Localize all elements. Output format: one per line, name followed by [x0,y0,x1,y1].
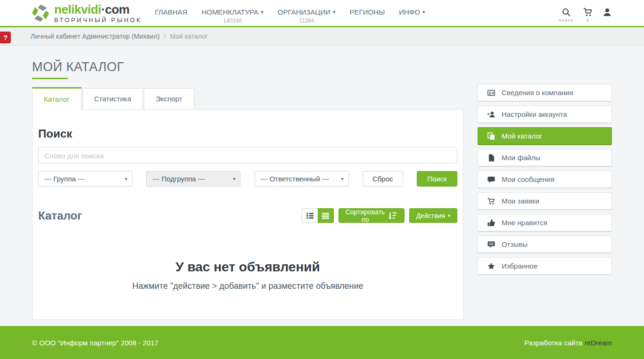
grid-view-button[interactable] [302,208,318,223]
header: nelikvidi·com ВТОРИЧНЫЙ РЫНОК ГЛАВНАЯ НО… [0,0,644,27]
logo-tagline: ВТОРИЧНЫЙ РЫНОК [54,17,142,23]
cart-icon [583,8,593,17]
sort-button[interactable]: Сортировать по [339,208,405,223]
sidebar-item-my-messages[interactable]: Мои сообщения [478,171,612,188]
nav-item-nomenclature[interactable]: НОМЕНКЛАТУРА ▾ 140346 [201,8,263,24]
content-column: МОЙ КАТАЛОГ Каталог Статистика Экспорт П… [32,46,463,320]
sidebar-item-label: Настройки аккаунта [502,110,567,118]
list-view-icon [322,212,329,219]
reviews-icon [487,241,495,248]
nav-item-regions[interactable]: РЕГИОНЫ [350,8,385,24]
footer-dev-label: Разработка сайта [524,339,585,347]
sidebar-item-label: Мои сообщения [502,175,554,183]
header-cart-button[interactable]: 0 [583,8,593,23]
breadcrumb-bar: ? Личный кабинет Администратор (Михаил) … [0,27,644,46]
caret-down-icon: ▾ [341,176,343,181]
breadcrumb-separator: / [164,33,166,40]
catalog-panel: Поиск --- Группа --- ▾ --- Подгруппа ---… [32,109,463,320]
search-icon [561,8,571,17]
caret-down-icon: ▾ [233,176,235,181]
sidebar-item-likes[interactable]: Мне нравится [478,214,612,232]
logo-dot: · [101,2,105,16]
page-title: МОЙ КАТАЛОГ [32,60,463,74]
sidebar-item-company-info[interactable]: Сведения о компании [478,84,612,102]
catalog-heading: Каталог [38,209,82,222]
sidebar-item-my-catalog[interactable]: Мой каталог [478,127,612,145]
id-card-icon [487,89,495,97]
main-content: МОЙ КАТАЛОГ Каталог Статистика Экспорт П… [0,46,644,326]
sidebar-item-label: Мои заявки [502,197,539,205]
group-select-value: --- Группа --- [44,175,85,183]
actions-button[interactable]: Действия ▾ [409,208,457,223]
reset-button[interactable]: Сброс [363,171,403,187]
nav-item-organizations[interactable]: ОРГАНИЗАЦИИ ▾ 11394 [278,8,336,24]
responsible-select-value: --- Ответственный --- [261,175,329,183]
nav-label: ГЛАВНАЯ [155,8,188,16]
search-button[interactable]: Поиск [417,171,457,187]
footer-credit: Разработка сайта reDream [524,339,612,347]
nav-label: ИНФО [399,8,420,16]
catalog-controls: Сортировать по Действия ▾ [302,208,457,223]
nav-item-home[interactable]: ГЛАВНАЯ [155,8,188,24]
group-select[interactable]: --- Группа --- ▾ [38,171,132,187]
nav-label: РЕГИОНЫ [350,8,385,16]
caret-down-icon: ▾ [422,9,425,15]
tab-export[interactable]: Экспорт [144,88,194,109]
footer-copyright: © ООО "Информ партнер" 2008 - 2017 [32,339,158,347]
sidebar-item-account-settings[interactable]: Настройки аккаунта [478,106,612,123]
sidebar-item-favorites[interactable]: Избранное [478,257,612,275]
search-heading: Поиск [38,127,457,140]
breadcrumb-current: Мой каталог [170,33,208,40]
header-account-button[interactable] [603,8,612,23]
logo-suffix: com [105,2,130,16]
grid-view-icon [306,212,314,219]
star-icon [487,262,495,270]
account-sidebar: Сведения о компании Настройки аккаунта М… [478,84,612,275]
cart-count: 0 [586,18,590,23]
help-button[interactable]: ? [0,32,11,43]
pinwheel-logo-icon [31,3,50,23]
sort-icon [388,211,397,220]
thumbs-up-icon [487,219,495,227]
message-icon [487,176,495,183]
sidebar-item-label: Сведения о компании [502,89,573,97]
cart-icon [487,197,495,205]
footer-dev-name[interactable]: reDream [585,339,612,347]
sort-button-label: Сортировать по [346,208,385,223]
sidebar-item-label: Отзывы [502,240,528,248]
sidebar-item-label: Мой каталог [502,132,542,140]
logo-text: nelikvidi·com ВТОРИЧНЫЙ РЫНОК [54,3,142,23]
search-input[interactable] [38,147,457,163]
list-view-button[interactable] [318,208,334,223]
nav-label: НОМЕНКЛАТУРА [201,8,258,16]
sidebar-item-my-requests[interactable]: Мои заявки [478,192,612,210]
breadcrumb-link-account[interactable]: Личный кабинет Администратор (Михаил) [31,33,160,40]
tab-catalog[interactable]: Каталог [32,87,82,110]
file-icon [487,154,495,162]
person-icon [603,8,612,17]
caret-down-icon: ▾ [448,213,450,218]
subgroup-select[interactable]: --- Подгруппа --- ▾ [146,171,240,187]
nav-count: 140346 [223,17,242,24]
nav-label: ОРГАНИЗАЦИИ [278,8,330,16]
tab-statistics[interactable]: Статистика [83,88,143,109]
sidebar-item-reviews[interactable]: Отзывы [478,236,612,253]
caret-down-icon: ▾ [261,9,264,15]
account-settings-icon [487,111,495,118]
tabs: Каталог Статистика Экспорт [32,87,463,109]
header-search-button[interactable]: поиск [559,8,573,23]
caret-down-icon: ▾ [125,176,127,181]
sidebar-item-label: Мои файлы [502,154,540,162]
responsible-select[interactable]: --- Ответственный --- ▾ [255,171,349,187]
view-toggle [302,208,334,223]
filter-row: --- Группа --- ▾ --- Подгруппа --- ▾ ---… [38,171,457,187]
site-logo[interactable]: nelikvidi·com ВТОРИЧНЫЙ РЫНОК [31,3,142,23]
caret-down-icon: ▾ [333,9,336,15]
sidebar-item-label: Избранное [502,262,537,270]
sidebar-item-label: Мне нравится [502,219,547,227]
copy-icon [487,132,495,140]
empty-state: У вас нет объявлений Нажмите "действие >… [38,260,457,319]
sidebar-item-my-files[interactable]: Мои файлы [478,149,612,167]
search-label: поиск [559,18,573,23]
nav-item-info[interactable]: ИНФО ▾ [399,8,425,24]
